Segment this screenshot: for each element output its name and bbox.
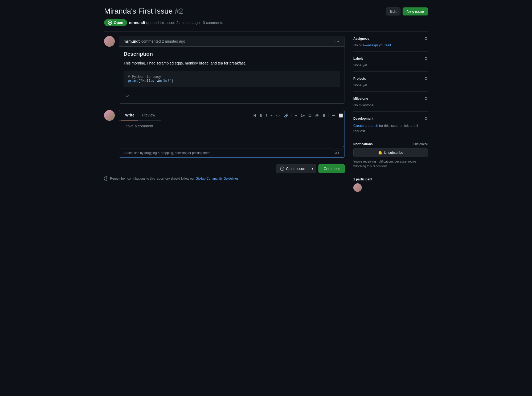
toolbar-italic[interactable]: I — [264, 113, 268, 118]
toolbar-undo[interactable]: ↩ — [330, 113, 337, 118]
labels-title: Labels — [353, 57, 363, 60]
commenter-name: mrmundt — [124, 39, 140, 43]
milestone-section: Milestone ⚙ No milestone — [353, 91, 428, 111]
toolbar-heading[interactable]: H — [252, 113, 257, 118]
assign-yourself-link[interactable]: —assign yourself — [365, 43, 391, 47]
toolbar-fullscreen[interactable]: ⬜ — [337, 113, 345, 118]
close-issue-group: ✓ Close issue ▾ — [276, 164, 316, 173]
close-issue-dropdown-button[interactable]: ▾ — [309, 164, 316, 173]
participants-section: 1 participant — [353, 173, 428, 192]
unsubscribe-button[interactable]: 🔔 Unsubscribe — [353, 148, 428, 157]
attach-text: Attach files by dragging & dropping, sel… — [124, 151, 211, 155]
projects-gear-button[interactable]: ⚙ — [424, 76, 428, 81]
bell-icon: 🔔 — [378, 151, 382, 155]
current-user-avatar — [104, 110, 115, 121]
toolbar-bold[interactable]: B — [258, 113, 264, 118]
code-comment: # Python is easy — [128, 75, 161, 79]
development-title: Development — [353, 117, 373, 120]
new-issue-button[interactable]: New issue — [403, 7, 428, 15]
status-badge: Open — [104, 19, 127, 26]
close-icon: ✓ — [280, 167, 284, 171]
write-tab[interactable]: Write — [121, 110, 138, 120]
assignees-section: Assignees ⚙ No one—assign yourself — [353, 36, 428, 51]
code-string: "Hello, World!" — [140, 79, 171, 83]
participant-avatar — [353, 183, 362, 192]
comment-textarea[interactable] — [119, 121, 345, 147]
milestone-gear-button[interactable]: ⚙ — [424, 96, 428, 101]
new-comment-row: Write Preview H B I ≡ <> 🔗 ≡ 1≡ — [104, 110, 345, 158]
toolbar-unordered-list[interactable]: ≡ — [293, 113, 299, 118]
comment-header: mrmundt commented 2 minutes ago ··· — [119, 36, 345, 47]
toolbar-mention[interactable]: @ — [314, 113, 320, 118]
development-gear-button[interactable]: ⚙ — [424, 116, 428, 121]
comment-body: Description This morning, I had scramble… — [119, 47, 345, 103]
projects-title: Projects — [353, 77, 366, 80]
toolbar-divider — [292, 113, 292, 118]
toolbar-ref[interactable]: ⊞ — [321, 113, 327, 118]
comment-bubble: mrmundt commented 2 minutes ago ··· Desc… — [119, 36, 345, 103]
participants-title: 1 participant — [353, 177, 428, 181]
editor-toolbar: H B I ≡ <> 🔗 ≡ 1≡ ☑ @ ⊞ — [252, 111, 345, 120]
issue-meta: mrmundt opened this issue 2 minutes ago … — [129, 21, 223, 25]
participants-list — [353, 183, 428, 192]
development-section: Development ⚙ Create a branch for this i… — [353, 111, 428, 138]
action-row: ✓ Close issue ▾ Comment — [104, 164, 345, 173]
projects-value: None yet — [353, 83, 428, 87]
file-attach-area: Attach files by dragging & dropping, sel… — [119, 148, 345, 157]
editor-tabs: Write Preview — [119, 110, 161, 121]
notifications-title: Notifications — [353, 142, 373, 146]
emoji-button[interactable]: ☺ — [124, 91, 130, 99]
sidebar: Assignees ⚙ No one—assign yourself Label… — [353, 36, 428, 192]
toolbar-link[interactable]: 🔗 — [283, 113, 290, 118]
comment-more-button[interactable]: ··· — [334, 39, 340, 44]
labels-value: None yet — [353, 63, 428, 67]
close-issue-button[interactable]: ✓ Close issue — [276, 164, 309, 173]
labels-gear-button[interactable]: ⚙ — [424, 56, 428, 61]
comment-time: commented 2 minutes ago — [141, 39, 185, 43]
comment-button[interactable]: Comment — [318, 164, 345, 173]
comment-text: This morning, I had scrambled eggs, monk… — [124, 60, 340, 66]
toolbar-task-list[interactable]: ☑ — [307, 113, 313, 118]
editor-tabs-row: Write Preview H B I ≡ <> 🔗 ≡ 1≡ — [119, 110, 345, 121]
assignees-title: Assignees — [353, 37, 369, 41]
labels-section: Labels ⚙ None yet — [353, 51, 428, 71]
markdown-icon: MD — [333, 151, 340, 155]
header-divider — [104, 31, 428, 32]
assignees-value: No one—assign yourself — [353, 43, 428, 47]
projects-section: Projects ⚙ None yet — [353, 71, 428, 91]
community-guidelines-link[interactable]: GitHub Community Guidelines — [196, 177, 239, 180]
milestone-title: Milestone — [353, 97, 368, 100]
commenter-avatar — [104, 36, 115, 47]
customize-link[interactable]: Customize — [413, 142, 428, 146]
info-icon: ℹ — [104, 176, 108, 181]
code-block: # Python is easy print("Hello, World!") — [124, 71, 340, 87]
toolbar-ordered-list[interactable]: 1≡ — [299, 113, 306, 118]
notifications-desc: You're receiving notifications because y… — [353, 159, 428, 169]
development-text: Create a branch for this issue or link a… — [353, 123, 428, 134]
toolbar-code[interactable]: <> — [275, 113, 282, 118]
notifications-section: Notifications Customize 🔔 Unsubscribe Yo… — [353, 138, 428, 173]
description-heading: Description — [124, 51, 340, 57]
issue-title: Miranda's First Issue #2 — [104, 6, 183, 16]
comment-row: mrmundt commented 2 minutes ago ··· Desc… — [104, 36, 345, 103]
toolbar-quote[interactable]: ≡ — [269, 113, 274, 118]
footer-note: ℹ Remember, contributions to this reposi… — [104, 176, 345, 181]
new-comment-bubble: Write Preview H B I ≡ <> 🔗 ≡ 1≡ — [119, 110, 345, 158]
preview-tab[interactable]: Preview — [138, 110, 159, 120]
assignees-gear-button[interactable]: ⚙ — [424, 36, 428, 41]
toolbar-divider2 — [329, 113, 329, 118]
code-print: print — [128, 79, 138, 83]
milestone-value: No milestone — [353, 103, 428, 107]
create-branch-link[interactable]: Create a branch — [353, 124, 378, 128]
open-icon — [108, 21, 112, 25]
edit-button[interactable]: Edit — [386, 7, 400, 15]
